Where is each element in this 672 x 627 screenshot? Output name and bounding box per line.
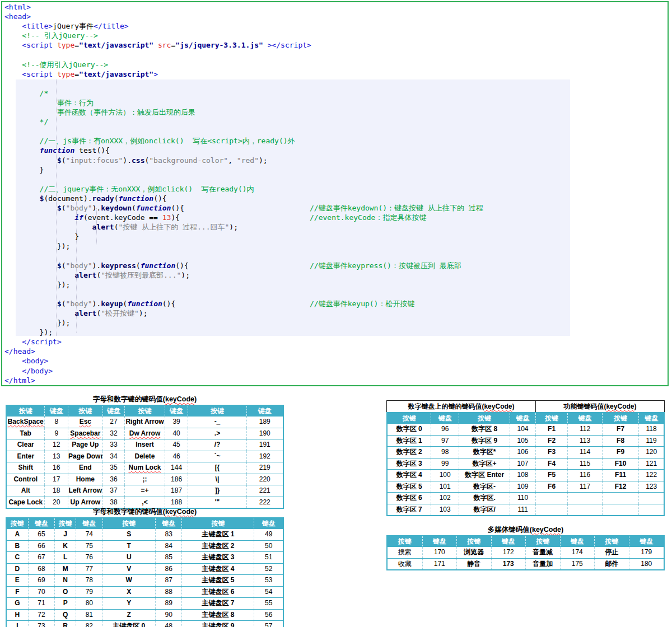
cell-text: 主键盘区 0 [113,622,145,627]
cell-text: 121 [646,460,657,467]
table-cell: 66 [28,541,55,552]
table-cell: `~ [188,451,246,462]
cell-text: 186 [171,475,182,483]
code-token: <script [4,41,57,49]
table-cell: 数字区 0 [388,424,431,435]
code-token: keydown [101,204,132,212]
table-title-text: ) [194,508,197,516]
cell-text: 数字区 Enter [465,471,504,479]
table-cell: 40 [165,428,188,439]
table-cell: Page Up [68,439,102,451]
cell-text: Cape Lock [8,498,43,506]
table-cell: M [54,564,76,575]
cell-text: 116 [580,471,590,479]
code-line: }); [4,241,665,251]
code-token: ></script> [268,41,311,49]
cell-text: F6 [548,483,556,490]
cell-text: G [15,599,20,607]
table-cell: 170 [422,547,457,558]
code-token: keypress [101,261,136,270]
code-comment: */ [4,118,48,126]
column-header-text: 按键 [614,414,627,422]
code-token: "body" [66,300,92,308]
cell-text: 80 [86,599,93,607]
table-row: Enter13Page Down34Delete46`~192 [7,451,283,462]
table-cell: 69 [28,575,55,586]
table-cell: 73 [28,621,55,627]
table-cell: F9 [602,447,638,458]
table-cell: F12 [602,481,638,493]
cell-text: 175 [572,560,583,568]
column-header-text: 键盘 [578,414,592,422]
cell-text: 190 [259,429,270,437]
cell-text: 66 [38,542,45,550]
cell-text: 107 [517,460,529,467]
code-line: </html> [4,376,665,385]
code-token: (){ [171,204,184,212]
table-cell: 数字区 2 [388,447,431,458]
cell-text: 主键盘区 6 [202,588,234,596]
table-cell: 81 [76,610,102,621]
code-line: /* [4,88,665,98]
code-token: "js/jquery-3.3.1.js" [175,41,263,49]
code-comment: <!--使用引入jQuery--> [4,60,108,69]
table-cell: 119 [638,436,664,447]
cell-text: T [127,542,131,550]
cell-text: 46 [172,452,180,460]
table-cell: 13 [44,451,68,462]
table-cell: 103 [431,504,459,516]
cell-text: M [63,565,68,573]
table-cell: ]} [188,485,246,497]
column-header: 按键 [102,518,155,528]
table-cell: 105 [510,436,535,447]
cell-text: 54 [265,588,272,596]
table-cell: 数字区 7 [388,504,431,516]
code-token: function [119,194,154,203]
code-token: = [74,41,79,49]
code-line: function test(){ [4,146,665,155]
table-cell: 80 [76,598,102,609]
table-cell: [{ [188,462,246,474]
cell-text: 56 [265,611,272,619]
column-header: 按键 [124,406,164,416]
table-cell: 55 [254,598,283,609]
table-row: 数字区 4100数字区 Enter108F5116F11122 [388,469,664,481]
table-cell: C [7,552,28,563]
table-header-row: 按键键盘按键键盘按键键盘按键键盘 [388,536,664,546]
cell-text: Z [127,611,131,619]
table-cell: 180 [629,559,664,570]
cell-text: 71 [38,599,45,607]
table-row: 数字区 7103数字区/111 [388,504,664,516]
cell-text: 27 [110,418,117,425]
table-row: Cape Lock20Up Arrow38,<188'"222 [7,497,283,508]
code-token: <head> [4,12,31,21]
code-line: 事件：行为 [4,98,665,107]
column-header-text: 按键 [467,537,480,545]
cell-text: 115 [580,460,590,467]
column-header: 按键 [7,406,44,416]
code-token: type [57,41,74,49]
code-token: }); [4,280,70,289]
table-header-row: 按键键盘按键键盘按键键盘按键键盘 [388,413,664,423]
code-token [4,261,57,270]
table-cell: 68 [28,564,55,575]
table-cell [567,504,602,516]
cell-text: 86 [165,565,172,573]
table-cell: 浏览器 [456,547,491,558]
cell-text: 主键盘区 9 [202,622,234,627]
cell-text: 8 [54,418,58,425]
column-header-text: 按键 [78,407,92,415]
cell-text: Page Up [72,441,99,448]
code-line: $("body").keydown(function(){//键盘事件keydo… [4,203,665,213]
column-header: 键盘 [155,518,182,528]
code-comment: 事件：行为 [4,99,94,107]
code-token: (){ [153,194,166,203]
table-cell: Right Arrow [124,417,164,428]
table-row: 数字区 6102数字区.110 [388,492,664,504]
table-row: 数字区 399数字区+107F4115F10121 [388,458,664,470]
cell-text: 101 [440,483,451,490]
table-cell: 221 [246,485,283,497]
table-cell: 175 [560,559,595,570]
table-cell: 57 [254,621,283,627]
cell-text: 停止 [605,548,618,556]
